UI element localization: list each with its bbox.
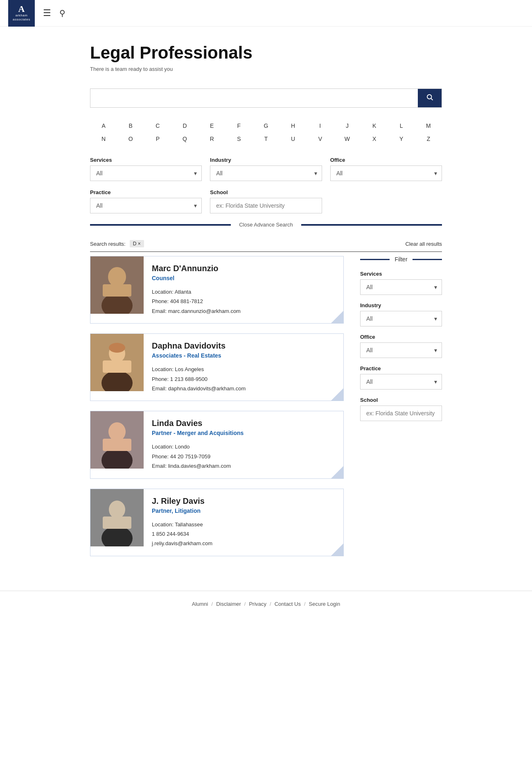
alpha-s[interactable]: S bbox=[225, 133, 252, 145]
alpha-v[interactable]: V bbox=[307, 133, 334, 145]
alpha-z[interactable]: Z bbox=[415, 133, 442, 145]
page-title: Legal Professionals bbox=[90, 43, 442, 63]
alpha-u[interactable]: U bbox=[280, 133, 307, 145]
alpha-h[interactable]: H bbox=[280, 120, 307, 131]
search-input[interactable] bbox=[90, 89, 418, 107]
person-email: Email: linda.davies@arkham.com bbox=[152, 463, 231, 469]
person-title: Partner - Merger and Acquisitions bbox=[152, 430, 335, 436]
sidebar-industry-group: Industry All bbox=[360, 302, 442, 326]
person-photo bbox=[90, 334, 144, 391]
search-icon[interactable]: ⚲ bbox=[59, 8, 65, 18]
alpha-k[interactable]: K bbox=[361, 120, 388, 131]
card-corner-decoration bbox=[331, 466, 343, 478]
practice-label: Practice bbox=[90, 189, 202, 195]
alpha-p[interactable]: P bbox=[144, 133, 171, 145]
school-filter-group: School bbox=[210, 189, 322, 213]
alpha-j[interactable]: J bbox=[334, 120, 361, 131]
filter-right-line bbox=[413, 259, 442, 260]
person-phone: 1 850 244-9634 bbox=[152, 531, 189, 537]
footer-contact[interactable]: Contact Us bbox=[275, 601, 301, 607]
footer-privacy[interactable]: Privacy bbox=[249, 601, 266, 607]
sidebar-school-input[interactable] bbox=[360, 406, 442, 421]
sidebar-school-label: School bbox=[360, 397, 442, 403]
svg-point-0 bbox=[427, 95, 432, 99]
person-name: Linda Davies bbox=[152, 419, 335, 428]
card-corner-decoration bbox=[331, 388, 343, 401]
office-label: Office bbox=[330, 157, 442, 163]
industry-filter-group: Industry All bbox=[210, 157, 322, 181]
person-photo bbox=[90, 411, 144, 469]
svg-rect-18 bbox=[103, 517, 131, 529]
active-filter-tag[interactable]: D × bbox=[130, 240, 144, 247]
office-filter-group: Office All bbox=[330, 157, 442, 181]
footer-disclaimer[interactable]: Disclaimer bbox=[216, 601, 241, 607]
alpha-q[interactable]: Q bbox=[171, 133, 198, 145]
sidebar-industry-select[interactable]: All bbox=[360, 311, 442, 326]
svg-rect-10 bbox=[103, 360, 131, 373]
alpha-y[interactable]: Y bbox=[388, 133, 415, 145]
person-phone: Phone: 404 881-7812 bbox=[152, 298, 203, 304]
sidebar-services-select[interactable]: All bbox=[360, 279, 442, 295]
card-corner-decoration bbox=[331, 311, 343, 323]
alpha-f[interactable]: F bbox=[225, 120, 252, 131]
results-left: Search results: D × bbox=[90, 240, 144, 247]
person-card[interactable]: Linda Davies Partner - Merger and Acquis… bbox=[90, 411, 344, 478]
right-sidebar: Filter Services All Industry All bbox=[360, 256, 442, 566]
search-magnifier-icon bbox=[426, 93, 433, 101]
clear-all-results[interactable]: Clear all results bbox=[405, 241, 442, 247]
hamburger-menu-icon[interactable]: ☰ bbox=[43, 8, 51, 18]
alpha-d[interactable]: D bbox=[171, 120, 198, 131]
person-card[interactable]: J. Riley Davis Partner, Litigation Locat… bbox=[90, 489, 344, 556]
alpha-e[interactable]: E bbox=[198, 120, 225, 131]
filters-bottom-row: Practice All School bbox=[90, 189, 442, 213]
sidebar-practice-select[interactable]: All bbox=[360, 374, 442, 390]
alpha-l[interactable]: L bbox=[388, 120, 415, 131]
sidebar-practice-group: Practice All bbox=[360, 365, 442, 390]
logo[interactable]: A arkhamassociates bbox=[8, 0, 35, 27]
industry-select[interactable]: All bbox=[210, 165, 322, 181]
person-photo bbox=[90, 256, 144, 314]
alpha-g[interactable]: G bbox=[252, 120, 280, 131]
person-phone: Phone: 1 213 688-9500 bbox=[152, 376, 207, 382]
alpha-i[interactable]: I bbox=[307, 120, 334, 131]
close-advance-search-button[interactable]: Close Advance Search bbox=[239, 222, 293, 228]
alpha-r[interactable]: R bbox=[198, 133, 225, 145]
page-subtitle: There is a team ready to assist you bbox=[90, 66, 442, 72]
filter-header-label: Filter bbox=[394, 256, 407, 263]
office-select[interactable]: All bbox=[330, 165, 442, 181]
alpha-c[interactable]: C bbox=[144, 120, 171, 131]
alphabet-filter: A B C D E F G H I J K L M N O P Q R S T … bbox=[90, 120, 442, 145]
industry-label: Industry bbox=[210, 157, 322, 163]
alpha-b[interactable]: B bbox=[117, 120, 144, 131]
person-detail: Location: Londo Phone: 44 20 7519-7059 E… bbox=[152, 442, 335, 471]
sidebar-office-select[interactable]: All bbox=[360, 342, 442, 358]
header: A arkhamassociates ☰ ⚲ bbox=[0, 0, 532, 27]
footer-alumni[interactable]: Alumni bbox=[192, 601, 208, 607]
results-label: Search results: bbox=[90, 241, 126, 247]
alpha-t[interactable]: T bbox=[252, 133, 280, 145]
svg-point-12 bbox=[108, 422, 126, 441]
person-title: Partner, Litigation bbox=[152, 507, 335, 514]
alpha-o[interactable]: O bbox=[117, 133, 144, 145]
alpha-w[interactable]: W bbox=[334, 133, 361, 145]
person-title: Counsel bbox=[152, 275, 335, 281]
search-button[interactable] bbox=[418, 89, 442, 107]
svg-point-16 bbox=[109, 501, 125, 519]
content-area: Marc D'Annunzio Counsel Location: Atlant… bbox=[90, 256, 442, 566]
alpha-a[interactable]: A bbox=[90, 120, 117, 131]
school-input[interactable] bbox=[210, 198, 322, 213]
practice-select[interactable]: All bbox=[90, 198, 202, 213]
sidebar-practice-label: Practice bbox=[360, 365, 442, 372]
alpha-m[interactable]: M bbox=[415, 120, 442, 131]
results-list: Marc D'Annunzio Counsel Location: Atlant… bbox=[90, 256, 344, 566]
services-filter-group: Services All bbox=[90, 157, 202, 181]
footer-secure-login[interactable]: Secure Login bbox=[309, 601, 340, 607]
services-select[interactable]: All bbox=[90, 165, 202, 181]
person-location: Location: Londo bbox=[152, 444, 190, 450]
person-card[interactable]: Daphna Davidovits Associates - Real Esta… bbox=[90, 333, 344, 401]
alpha-x[interactable]: X bbox=[361, 133, 388, 145]
alpha-n[interactable]: N bbox=[90, 133, 117, 145]
person-email: Email: daphna.davidovits@arkham.com bbox=[152, 385, 246, 392]
svg-point-3 bbox=[108, 267, 126, 287]
person-card[interactable]: Marc D'Annunzio Counsel Location: Atlant… bbox=[90, 256, 344, 324]
